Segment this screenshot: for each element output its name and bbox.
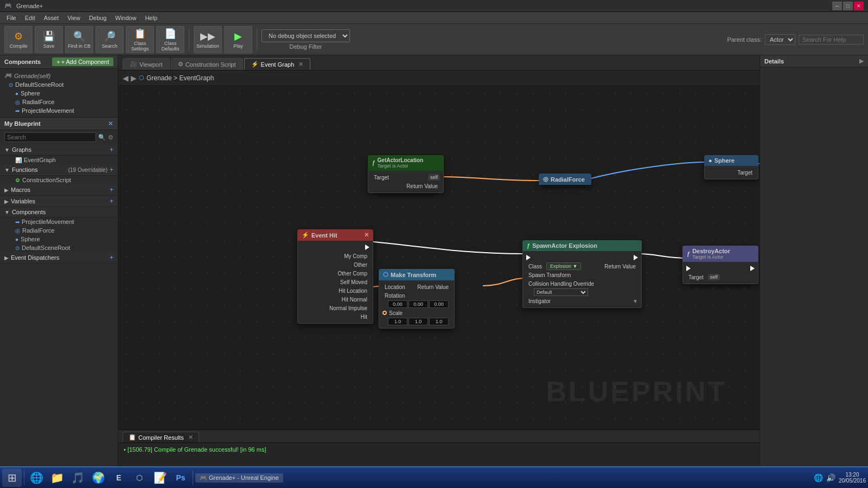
rot-x-input[interactable]	[388, 300, 407, 308]
taskbar-media-button[interactable]: 🎵	[68, 468, 87, 487]
variables-add-icon[interactable]: +	[110, 197, 113, 205]
self-component-item[interactable]: 🎮 Grenade(self)	[0, 71, 118, 80]
taskbar-ps-button[interactable]: Ps	[171, 468, 190, 487]
class-value[interactable]: Explosion ▼	[546, 262, 581, 270]
tab-viewport[interactable]: 🎥 Viewport	[123, 58, 170, 70]
simulation-button[interactable]: ▶▶ Simulation	[194, 26, 222, 53]
sphere-target-label: Target	[737, 170, 752, 176]
comp-projectile-item[interactable]: ➡ ProjectileMovement	[0, 217, 118, 226]
toolbar-separator	[189, 29, 189, 50]
nav-forward-button[interactable]: ▶	[131, 74, 137, 82]
blueprint-search-input[interactable]	[4, 132, 96, 142]
location-pin: Location Return Value	[379, 282, 454, 291]
compile-button[interactable]: ⚙ Compile	[4, 26, 33, 53]
graphs-section-header[interactable]: ▼ Graphs +	[0, 144, 118, 156]
minimize-button[interactable]: ─	[832, 2, 842, 10]
taskbar-notepad-button[interactable]: 📝	[150, 468, 170, 487]
graphs-add-icon[interactable]: +	[110, 146, 113, 153]
event-hit-node[interactable]: ⚡ Event Hit ✕ My Comp	[297, 229, 373, 324]
projectile-movement-item[interactable]: ➡ ProjectileMovement	[0, 106, 118, 115]
radial-force-node[interactable]: ◎ RadialForce	[539, 174, 591, 185]
comp-radial-item[interactable]: ◎ RadialForce	[0, 226, 118, 235]
view-options-icon[interactable]: ⚙	[108, 134, 113, 141]
event-dispatchers-section-header[interactable]: ▶ Event Dispatchers +	[0, 252, 118, 264]
radial-force-item[interactable]: ◎ RadialForce	[0, 98, 118, 106]
compile-message: [1506.79] Compile of Grenade successful!…	[124, 446, 754, 453]
functions-section-header[interactable]: ▼ Functions (19 Overridable) +	[0, 164, 118, 176]
comp-sphere-item[interactable]: ● Sphere	[0, 235, 118, 243]
save-button[interactable]: 💾 Save	[35, 26, 63, 53]
make-transform-node[interactable]: ⬡ Make Transform Location Return Value	[379, 269, 455, 329]
compiler-results-tab[interactable]: 📋 Compiler Results ✕	[123, 432, 199, 442]
scale-z-input[interactable]	[429, 318, 449, 325]
components-section-header[interactable]: ▼ Components	[0, 207, 118, 217]
nav-back-button[interactable]: ◀	[123, 74, 129, 82]
construction-script-item[interactable]: ⚙ ConstructionScript	[0, 176, 118, 184]
menu-edit[interactable]: Edit	[21, 14, 40, 22]
play-icon: ▶	[234, 30, 242, 42]
active-app-label[interactable]: 🎮 Grenade+ - Unreal Engine	[195, 473, 283, 483]
collision-select[interactable]: Default	[534, 288, 588, 296]
sphere-node[interactable]: ● Sphere Target	[704, 155, 758, 179]
instigator-expand[interactable]: ▼	[633, 298, 638, 304]
menu-window[interactable]: Window	[111, 14, 141, 22]
search-help-input[interactable]	[799, 35, 864, 44]
sphere-item[interactable]: ● Sphere	[0, 89, 118, 98]
menu-debug[interactable]: Debug	[85, 14, 111, 22]
blueprint-search-bar: 🔍 ⚙	[0, 130, 118, 144]
destroy-exec-out	[750, 266, 755, 271]
scale-y-input[interactable]	[409, 318, 428, 325]
get-actor-location-header: ƒ GetActorLocation Target is Actor	[368, 155, 444, 171]
taskbar-ie-button[interactable]: 🌐	[27, 468, 46, 487]
get-actor-location-node[interactable]: ƒ GetActorLocation Target is Actor Targe…	[368, 155, 444, 193]
tab-event-graph[interactable]: ⚡ Event Graph ✕	[244, 58, 311, 70]
volume-icon[interactable]: 🔊	[826, 473, 835, 482]
find-in-cb-button[interactable]: 🔍 Find in CB	[65, 26, 93, 53]
scale-x-input[interactable]	[388, 318, 407, 325]
compiler-tab-close[interactable]: ✕	[188, 434, 193, 441]
taskbar-folder-button[interactable]: 📁	[47, 468, 67, 487]
default-scene-root-item[interactable]: ⊙ DefaultSceneRoot	[0, 80, 118, 89]
play-button[interactable]: ▶ Play	[224, 26, 252, 53]
comp-default-item[interactable]: ⊙ DefaultSceneRoot	[0, 243, 118, 252]
debug-object-select[interactable]: No debug object selected	[261, 29, 350, 42]
add-component-button[interactable]: + + Add Component	[52, 57, 113, 66]
collision-label: Collision Handling Override	[528, 281, 594, 287]
event-graph-item[interactable]: 📊 EventGraph	[0, 156, 118, 164]
start-button[interactable]: ⊞	[2, 468, 22, 487]
taskbar-unreal-button[interactable]: ⬡	[130, 468, 149, 487]
tab-construction-script[interactable]: ⚙ Construction Script	[171, 58, 243, 70]
my-blueprint-close-icon[interactable]: ✕	[108, 120, 113, 127]
destroy-actor-body: Target self	[682, 262, 758, 284]
details-expand-icon[interactable]: ▶	[859, 57, 864, 65]
taskbar-epic-button[interactable]: E	[109, 468, 129, 487]
event-dispatchers-add-icon[interactable]: +	[110, 254, 113, 261]
menu-help[interactable]: Help	[141, 14, 162, 22]
macros-expand-icon: ▶	[4, 187, 9, 193]
class-settings-button[interactable]: 📋 Class Settings	[126, 26, 154, 53]
menu-view[interactable]: View	[63, 14, 85, 22]
menu-asset[interactable]: Asset	[40, 14, 63, 22]
variables-section-header[interactable]: ▶ Variables +	[0, 196, 118, 207]
macros-section-header[interactable]: ▶ Macros +	[0, 184, 118, 196]
parent-class-select[interactable]: Actor	[765, 34, 795, 45]
menubar: File Edit Asset View Debug Window Help	[0, 12, 868, 24]
blueprint-canvas[interactable]: ƒ GetActorLocation Target is Actor Targe…	[118, 86, 760, 429]
destroy-actor-node[interactable]: ƒ DestroyActor Target is Actor	[682, 246, 758, 284]
close-tab-icon[interactable]: ✕	[298, 61, 303, 68]
menu-file[interactable]: File	[2, 14, 21, 22]
functions-add-icon[interactable]: +	[110, 166, 113, 174]
taskbar-chrome-button[interactable]: 🌍	[88, 468, 108, 487]
maximize-button[interactable]: □	[843, 2, 853, 10]
class-defaults-button[interactable]: 📄 Class Defaults	[156, 26, 184, 53]
search-button[interactable]: 🔎 Search	[95, 26, 124, 53]
macros-add-icon[interactable]: +	[110, 186, 113, 194]
destroy-exec-in	[686, 266, 691, 271]
spawn-actor-node[interactable]: ƒ SpawnActor Explosion Class	[522, 240, 642, 308]
graphs-label: Graphs	[12, 146, 107, 153]
close-button[interactable]: ✕	[854, 2, 864, 10]
rot-y-input[interactable]	[409, 300, 428, 308]
event-hit-close[interactable]: ✕	[364, 232, 369, 239]
rot-z-input[interactable]	[429, 300, 449, 308]
scale-values	[379, 317, 454, 326]
